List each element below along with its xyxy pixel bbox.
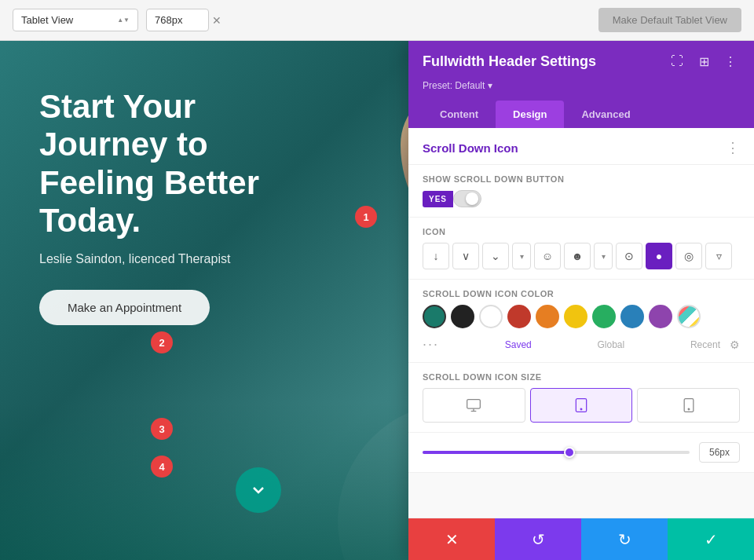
color-black[interactable] xyxy=(451,305,474,328)
step-badge-4: 4 xyxy=(151,456,173,478)
color-global[interactable]: Global xyxy=(598,339,625,350)
icon-color-label: Scroll Down Icon Color xyxy=(423,289,740,298)
three-dots[interactable]: ··· xyxy=(423,336,439,353)
icon-opt-1[interactable]: ↓ xyxy=(423,243,449,269)
icon-opt-2[interactable]: ∨ xyxy=(452,243,479,269)
save-button[interactable]: ✓ xyxy=(668,518,754,560)
panel-header-top: Fullwidth Header Settings ⛶ ⊞ ⋮ xyxy=(423,52,740,71)
redo-button[interactable]: ↻ xyxy=(581,518,668,560)
icon-dropdown-1[interactable]: ▾ xyxy=(512,243,531,269)
undo-button[interactable]: ↺ xyxy=(495,518,581,560)
panel-body: Scroll Down Icon ⋮ Show Scroll Down Butt… xyxy=(408,128,754,518)
show-scroll-label: Show Scroll Down Button xyxy=(423,174,740,184)
section-menu-button[interactable]: ⋮ xyxy=(726,139,740,156)
color-red[interactable] xyxy=(507,305,531,328)
color-green[interactable] xyxy=(592,305,616,328)
mobile-icon xyxy=(681,397,697,413)
panel-more-icon[interactable]: ⋮ xyxy=(721,52,740,71)
canvas-area: Start Your Journey to Feeling Better Tod… xyxy=(0,41,754,560)
px-input-wrap: ✕ xyxy=(146,9,221,31)
px-input[interactable] xyxy=(146,9,209,31)
cancel-button[interactable]: ✕ xyxy=(408,518,495,560)
view-select-label: Tablet View xyxy=(21,14,73,26)
settings-panel: Fullwidth Header Settings ⛶ ⊞ ⋮ Preset: … xyxy=(408,41,754,560)
panel-header: Fullwidth Header Settings ⛶ ⊞ ⋮ Preset: … xyxy=(408,41,754,128)
icon-row: ↓ ∨ ⌄ ▾ ☺ ☻ ▾ ⊙ ● ◎ ▿ xyxy=(423,243,740,269)
scroll-down-button[interactable] xyxy=(236,467,281,513)
color-blue[interactable] xyxy=(620,305,644,328)
color-row xyxy=(423,305,740,328)
size-tablet[interactable] xyxy=(530,388,633,423)
section-title: Scroll Down Icon xyxy=(423,141,518,155)
color-settings-icon[interactable]: ⚙ xyxy=(730,339,740,351)
toggle-yes-label: YES xyxy=(423,191,453,207)
panel-columns-icon[interactable]: ⊞ xyxy=(694,52,713,71)
icon-opt-6[interactable]: ⊙ xyxy=(616,243,642,269)
icon-opt-8[interactable]: ◎ xyxy=(675,243,702,269)
color-purple[interactable] xyxy=(649,305,672,328)
step-badge-2: 2 xyxy=(151,331,173,353)
appointment-button[interactable]: Make an Appointment xyxy=(39,290,210,325)
slider-fill xyxy=(423,451,569,454)
toggle-wrap: YES xyxy=(423,190,740,207)
desktop-icon xyxy=(466,397,481,413)
svg-point-6 xyxy=(688,408,690,410)
toggle-slider[interactable] xyxy=(453,190,481,207)
slider-thumb[interactable] xyxy=(564,447,575,458)
show-scroll-field: Show Scroll Down Button YES xyxy=(408,165,754,218)
section-header: Scroll Down Icon ⋮ xyxy=(408,128,754,165)
slider-row: 56px xyxy=(423,442,740,463)
tab-advanced[interactable]: Advanced xyxy=(564,101,647,128)
color-white[interactable] xyxy=(479,305,503,328)
view-select-arrows: ▲▼ xyxy=(117,16,130,24)
arrow-down-icon xyxy=(249,481,268,500)
color-bottom: ··· Saved Global Recent ⚙ xyxy=(423,331,740,353)
icon-field: Icon ↓ ∨ ⌄ ▾ ☺ ☻ ▾ ⊙ ● ◎ ▿ xyxy=(408,218,754,280)
svg-rect-0 xyxy=(467,400,481,409)
icon-size-field: Scroll Down Icon Size xyxy=(408,363,754,433)
icon-size-label: Scroll Down Icon Size xyxy=(423,372,740,382)
size-desktop[interactable] xyxy=(423,388,525,423)
color-saved[interactable]: Saved xyxy=(505,339,532,350)
icon-opt-9[interactable]: ▿ xyxy=(705,243,732,269)
view-select[interactable]: Tablet View ▲▼ xyxy=(13,9,138,31)
step-badge-1: 1 xyxy=(355,206,377,228)
color-recent[interactable]: Recent xyxy=(690,339,720,350)
icon-dropdown-2[interactable]: ▾ xyxy=(594,243,613,269)
color-yellow[interactable] xyxy=(564,305,587,328)
icon-color-field: Scroll Down Icon Color ··· Saved xyxy=(408,280,754,363)
slider-value[interactable]: 56px xyxy=(699,442,740,463)
panel-footer: ✕ ↺ ↻ ✓ xyxy=(408,518,754,560)
slider-track[interactable] xyxy=(423,451,690,454)
panel-preset[interactable]: Preset: Default ▾ xyxy=(423,80,740,91)
color-orange[interactable] xyxy=(536,305,559,328)
svg-point-4 xyxy=(580,408,582,410)
icon-label: Icon xyxy=(423,227,740,236)
step-badge-3: 3 xyxy=(151,418,173,440)
tablet-icon xyxy=(573,397,589,413)
panel-header-icons: ⛶ ⊞ ⋮ xyxy=(668,52,740,71)
site-title: Start Your Journey to Feeling Better Tod… xyxy=(39,88,322,240)
icon-opt-4[interactable]: ☺ xyxy=(534,243,561,269)
tab-design[interactable]: Design xyxy=(496,101,564,128)
panel-title: Fullwidth Header Settings xyxy=(423,53,596,70)
top-toolbar: Tablet View ▲▼ ✕ Make Default Tablet Vie… xyxy=(0,0,754,41)
panel-tabs: Content Design Advanced xyxy=(423,101,740,128)
px-clear-icon[interactable]: ✕ xyxy=(212,14,221,27)
size-mobile[interactable] xyxy=(637,388,740,423)
slider-field: 56px xyxy=(408,433,754,473)
tab-content[interactable]: Content xyxy=(423,101,496,128)
default-tablet-button[interactable]: Make Default Tablet View xyxy=(598,8,741,32)
panel-expand-icon[interactable]: ⛶ xyxy=(668,52,686,71)
color-custom[interactable] xyxy=(677,305,701,328)
icon-opt-5[interactable]: ☻ xyxy=(564,243,591,269)
icon-opt-3[interactable]: ⌄ xyxy=(482,243,509,269)
size-row xyxy=(423,388,740,423)
icon-opt-7[interactable]: ● xyxy=(646,243,672,269)
color-teal[interactable] xyxy=(423,305,446,328)
